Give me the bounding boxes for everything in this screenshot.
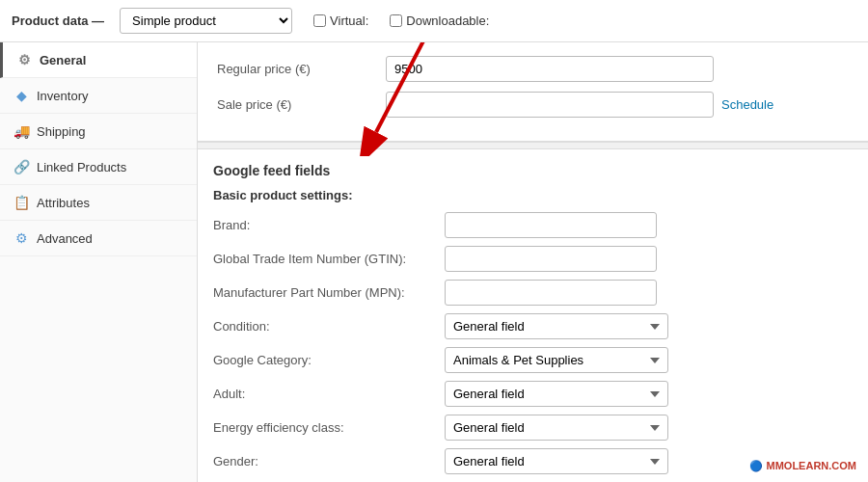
top-bar: Product data — Simple product Variable p… (0, 0, 868, 42)
main-area: ⚙ General ◆ Inventory 🚚 Shipping 🔗 Linke… (0, 42, 868, 482)
sale-price-input[interactable] (386, 92, 714, 118)
virtual-checkbox-label: Virtual: (313, 13, 368, 28)
regular-price-row: Regular price (€) (217, 56, 849, 82)
sidebar-item-label: General (40, 53, 86, 67)
gtin-input[interactable] (445, 246, 657, 272)
google-category-row: Google Category: Animals & Pet Supplies … (213, 347, 853, 373)
adult-select[interactable]: General field Yes No (445, 381, 668, 407)
sidebar-item-attributes[interactable]: 📋 Attributes (0, 185, 197, 221)
sidebar: ⚙ General ◆ Inventory 🚚 Shipping 🔗 Linke… (0, 42, 198, 482)
brand-input[interactable] (445, 212, 657, 238)
google-feed-title: Google feed fields (213, 163, 853, 178)
adult-row: Adult: General field Yes No (213, 381, 853, 407)
attributes-icon: 📋 (14, 195, 29, 210)
price-section: Regular price (€) Sale price (€) Schedul… (198, 42, 868, 142)
sidebar-item-advanced[interactable]: ⚙ Advanced (0, 221, 197, 256)
watermark-icon: 🔵 (749, 460, 763, 471)
regular-price-label: Regular price (€) (217, 62, 386, 76)
sale-price-label: Sale price (€) (217, 97, 386, 112)
google-feed-section: Google feed fields Basic product setting… (198, 149, 868, 482)
sidebar-item-inventory[interactable]: ◆ Inventory (0, 78, 197, 114)
sidebar-item-general[interactable]: ⚙ General (0, 42, 197, 78)
gender-select[interactable]: General field Male Female Unisex (445, 448, 668, 474)
product-data-label: Product data — (12, 13, 104, 28)
virtual-checkbox[interactable] (313, 14, 326, 27)
sidebar-item-shipping[interactable]: 🚚 Shipping (0, 114, 197, 149)
sidebar-item-label: Linked Products (37, 160, 126, 174)
shipping-icon: 🚚 (14, 123, 29, 139)
basic-settings-label: Basic product settings: (213, 188, 853, 202)
condition-row: Condition: General field New Used Refurb… (213, 313, 853, 339)
mpn-row: Manufacturer Part Number (MPN): (213, 280, 853, 306)
brand-label: Brand: (213, 218, 445, 232)
advanced-icon: ⚙ (14, 230, 29, 246)
schedule-link[interactable]: Schedule (721, 97, 773, 112)
regular-price-input[interactable] (386, 56, 714, 82)
watermark: 🔵 MMOLEARN.COM (746, 458, 860, 474)
gender-label: Gender: (213, 454, 445, 469)
energy-efficiency-select[interactable]: General field A+++ A++ A+ A (445, 415, 668, 441)
product-type-select[interactable]: Simple product Variable product Grouped … (120, 8, 292, 34)
brand-row: Brand: (213, 212, 853, 238)
downloadable-label: Downloadable: (406, 13, 489, 28)
downloadable-checkbox-label: Downloadable: (390, 13, 489, 28)
sale-price-row: Sale price (€) Schedule (217, 92, 849, 118)
condition-label: Condition: (213, 319, 445, 334)
mpn-label: Manufacturer Part Number (MPN): (213, 285, 445, 300)
sidebar-item-label: Advanced (37, 231, 93, 246)
gtin-row: Global Trade Item Number (GTIN): (213, 246, 853, 272)
sidebar-item-label: Inventory (37, 89, 88, 103)
sidebar-item-label: Shipping (37, 124, 86, 139)
section-divider (198, 142, 868, 149)
gtin-label: Global Trade Item Number (GTIN): (213, 252, 445, 266)
general-icon: ⚙ (16, 52, 32, 67)
adult-label: Adult: (213, 387, 445, 401)
downloadable-checkbox[interactable] (390, 14, 402, 27)
link-icon: 🔗 (14, 159, 29, 174)
mpn-input[interactable] (445, 280, 657, 306)
condition-select[interactable]: General field New Used Refurbished (445, 313, 668, 339)
sidebar-item-label: Attributes (37, 196, 90, 210)
energy-efficiency-label: Energy efficiency class: (213, 420, 445, 435)
google-category-select[interactable]: Animals & Pet Supplies General field App… (445, 347, 668, 373)
watermark-text: MMOLEARN.COM (767, 460, 857, 471)
virtual-label: Virtual: (330, 13, 368, 28)
energy-efficiency-row: Energy efficiency class: General field A… (213, 415, 853, 441)
sidebar-item-linked-products[interactable]: 🔗 Linked Products (0, 149, 197, 185)
inventory-icon: ◆ (14, 88, 29, 103)
google-category-label: Google Category: (213, 353, 445, 367)
content-area: Regular price (€) Sale price (€) Schedul… (198, 42, 868, 482)
